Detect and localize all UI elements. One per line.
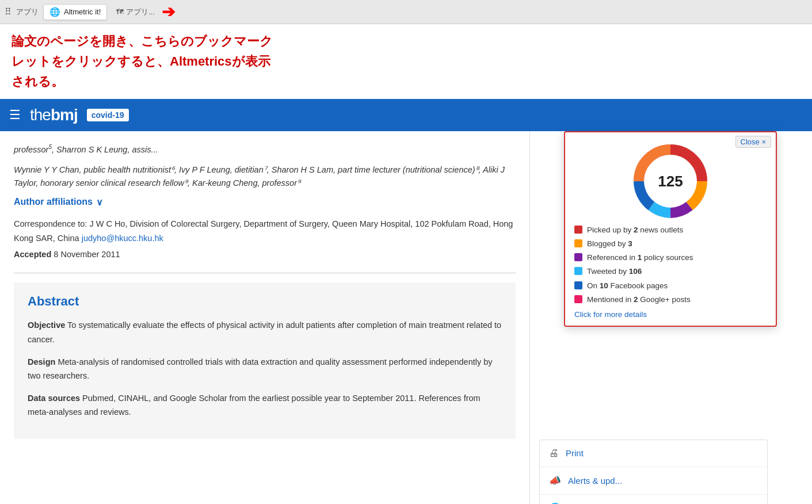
jp-line1: 論文のページを開き、こちらのブックマーク [12, 34, 273, 48]
divider [14, 273, 516, 273]
alerts-label: Alerts & upd... [568, 476, 622, 486]
main-layout: professor5, Sharron S K Leung, assis... … [0, 131, 812, 504]
stat-dot-news [574, 226, 582, 234]
covid-badge[interactable]: covid-19 [87, 109, 129, 121]
donut-chart: 125 [633, 144, 708, 219]
apps-label: アプリ [16, 7, 39, 17]
abstract-section: Abstract Objective To systematically eva… [14, 282, 516, 439]
browser-extra: 🗺 アプリ... [116, 7, 154, 17]
stat-facebook: On 10 Facebook pages [574, 280, 767, 292]
citation-icon: 🌐 [549, 502, 561, 504]
bmj-header: ☰ thebmj covid-19 [0, 99, 812, 131]
bmj-logo: thebmj [30, 106, 78, 124]
objective-label: Objective [28, 320, 65, 330]
stat-dot-twitter [574, 267, 582, 275]
objective-text: To systematically evaluate the effects o… [28, 320, 501, 344]
sidebar-menu: 🖨 Print 📣 Alerts & upd... 🌐 Citation too… [539, 440, 768, 504]
content-area: professor5, Sharron S K Leung, assis... … [0, 131, 529, 504]
altmetric-popup: Close × [564, 131, 777, 327]
affiliations-chevron: ∨ [96, 197, 103, 208]
globe-icon: 🌐 [49, 7, 60, 17]
correspondence: Correspondence to: J W C Ho, Division of… [14, 217, 516, 245]
stat-twitter: Tweeted by 106 [574, 266, 767, 277]
logo-thin: the [30, 106, 51, 124]
authors-line2: Wynnie Y Y Chan, public health nutrition… [14, 163, 516, 190]
sidebar-citation[interactable]: 🌐 Citation tool [540, 495, 767, 504]
red-arrow-icon: ➔ [162, 2, 175, 21]
datasources-text: Pubmed, CINAHL, and Google Scholar from … [28, 394, 481, 417]
jp-line2: レットをクリックすると、Altmetricsが表示 [12, 54, 270, 68]
affiliations-label: Author affiliations [14, 197, 93, 207]
design-para: Design Meta-analysis of randomised contr… [28, 355, 502, 383]
stat-dot-googleplus [574, 295, 582, 303]
altmetric-score: 125 [658, 172, 683, 190]
sidebar-print[interactable]: 🖨 Print [540, 440, 767, 467]
bookmarklet-button[interactable]: 🌐 Altmetric it! [43, 4, 107, 20]
altmetric-stats: Picked up by 2 news outlets Blogged by 3… [565, 224, 776, 306]
logo-bold: bmj [51, 106, 78, 124]
stat-dot-facebook [574, 281, 582, 289]
japanese-annotation: 論文のページを開き、こちらのブックマーク レットをクリックすると、Altmetr… [0, 24, 322, 99]
design-label: Design [28, 357, 55, 366]
stat-policy: Referenced in 1 policy sources [574, 252, 767, 264]
datasources-label: Data sources [28, 394, 80, 403]
sidebar-alerts[interactable]: 📣 Alerts & upd... [540, 467, 767, 495]
datasources-para: Data sources Pubmed, CINAHL, and Google … [28, 391, 502, 419]
print-label: Print [566, 448, 584, 458]
email-link[interactable]: judyho@hkucc.hku.hk [82, 234, 163, 243]
design-text: Meta-analysis of randomised controlled t… [28, 357, 493, 381]
grid-icon: ⠿ [5, 6, 12, 17]
author-affiliations[interactable]: Author affiliations ∨ [14, 197, 516, 208]
accepted-date: Accepted 8 November 2011 [14, 250, 516, 259]
print-icon: 🖨 [549, 448, 559, 459]
stat-googleplus: Mentioned in 2 Google+ posts [574, 294, 767, 306]
stat-dot-blogs [574, 239, 582, 247]
altmetric-close-button[interactable]: Close × [735, 136, 771, 148]
jp-line3: される。 [12, 74, 64, 89]
bookmarklet-label: Altmetric it! [64, 7, 101, 16]
objective-para: Objective To systematically evaluate the… [28, 318, 502, 346]
stat-blogs: Blogged by 3 [574, 238, 767, 250]
abstract-title: Abstract [28, 294, 502, 309]
right-sidebar: Close × [529, 131, 777, 504]
stat-dot-policy [574, 253, 582, 261]
browser-bar: ⠿ アプリ 🌐 Altmetric it! 🗺 アプリ... ➔ [0, 0, 812, 24]
authors-line1: professor5, Sharron S K Leung, assis... [14, 143, 516, 156]
alerts-icon: 📣 [549, 475, 561, 487]
altmetric-more-link[interactable]: Click for more details [565, 310, 776, 319]
hamburger-icon[interactable]: ☰ [9, 108, 21, 123]
stat-news: Picked up by 2 news outlets [574, 224, 767, 236]
